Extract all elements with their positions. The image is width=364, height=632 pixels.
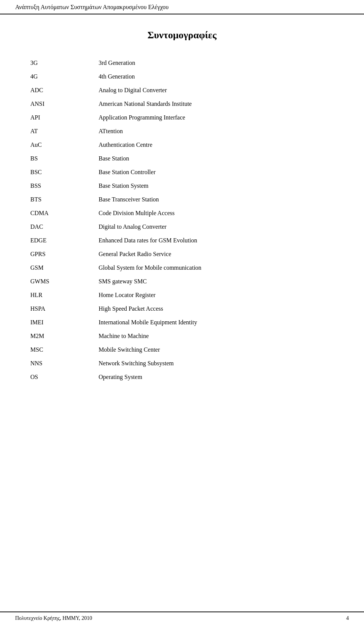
header: Ανάπτυξη Αυτόματων Συστημάτων Απομακρυσμ… <box>0 0 364 14</box>
abbreviation-term: HSPA <box>30 302 99 316</box>
abbreviation-definition: Mobile Switching Center <box>99 343 334 357</box>
abbreviation-term: API <box>30 111 99 124</box>
table-row: ADCAnalog to Digital Converter <box>30 83 334 97</box>
abbreviation-term: 3G <box>30 56 99 70</box>
abbreviation-term: EDGE <box>30 234 99 247</box>
abbreviation-definition: Authentication Centre <box>99 138 334 152</box>
abbreviation-term: BSS <box>30 179 99 193</box>
table-row: CDMACode Division Multiple Access <box>30 206 334 220</box>
abbreviation-definition: 3rd Generation <box>99 56 334 70</box>
abbreviation-definition: Base Station <box>99 152 334 165</box>
abbreviation-term: OS <box>30 370 99 384</box>
table-row: OSOperating System <box>30 370 334 384</box>
table-row: NNSNetwork Switching Subsystem <box>30 357 334 370</box>
abbreviation-definition: Enhanced Data rates for GSM Evolution <box>99 234 334 247</box>
abbreviation-definition: Base Station System <box>99 179 334 193</box>
table-row: GSMGlobal System for Mobile communicatio… <box>30 261 334 275</box>
abbreviation-term: GPRS <box>30 247 99 261</box>
abbreviation-definition: Network Switching Subsystem <box>99 357 334 370</box>
table-row: 4G4th Generation <box>30 70 334 83</box>
table-row: M2MMachine to Machine <box>30 329 334 343</box>
abbreviation-term: GWMS <box>30 275 99 288</box>
abbreviation-definition: American National Standards Institute <box>99 97 334 111</box>
abbreviation-term: GSM <box>30 261 99 275</box>
table-row: EDGEEnhanced Data rates for GSM Evolutio… <box>30 234 334 247</box>
table-row: ATATtention <box>30 124 334 138</box>
abbreviation-definition: Digital to Analog Converter <box>99 220 334 234</box>
abbreviation-term: CDMA <box>30 206 99 220</box>
table-row: BSSBase Station System <box>30 179 334 193</box>
table-row: ANSIAmerican National Standards Institut… <box>30 97 334 111</box>
table-row: GWMSSMS gateway SMC <box>30 275 334 288</box>
abbreviation-definition: Global System for Mobile communication <box>99 261 334 275</box>
table-row: IMEIInternational Mobile Equipment Ident… <box>30 316 334 329</box>
table-row: APIApplication Programming Interface <box>30 111 334 124</box>
abbreviation-term: IMEI <box>30 316 99 329</box>
abbreviation-term: M2M <box>30 329 99 343</box>
abbreviation-definition: Operating System <box>99 370 334 384</box>
abbreviation-term: BSC <box>30 165 99 179</box>
abbreviation-definition: Base Station Controller <box>99 165 334 179</box>
abbreviation-term: MSC <box>30 343 99 357</box>
table-row: BTSBase Transceiver Station <box>30 193 334 206</box>
abbreviation-definition: Application Programming Interface <box>99 111 334 124</box>
abbreviation-term: 4G <box>30 70 99 83</box>
abbreviation-definition: International Mobile Equipment Identity <box>99 316 334 329</box>
footer: Πολυτεχνείο Κρήτης, ΗΜΜΥ, 2010 4 <box>0 612 364 624</box>
abbreviation-term: HLR <box>30 288 99 302</box>
abbreviation-definition: Machine to Machine <box>99 329 334 343</box>
table-row: MSCMobile Switching Center <box>30 343 334 357</box>
table-row: HLRHome Locator Register <box>30 288 334 302</box>
abbreviation-definition: General Packet Radio Service <box>99 247 334 261</box>
abbreviation-term: AT <box>30 124 99 138</box>
abbreviation-term: BS <box>30 152 99 165</box>
abbreviation-definition: Analog to Digital Converter <box>99 83 334 97</box>
abbreviation-definition: High Speed Packet Access <box>99 302 334 316</box>
table-row: HSPAHigh Speed Packet Access <box>30 302 334 316</box>
abbreviation-term: ANSI <box>30 97 99 111</box>
header-title: Ανάπτυξη Αυτόματων Συστημάτων Απομακρυσμ… <box>15 4 169 11</box>
abbreviation-definition: Code Division Multiple Access <box>99 206 334 220</box>
abbreviation-term: DAC <box>30 220 99 234</box>
footer-page-number: 4 <box>346 615 349 621</box>
abbreviation-definition: Home Locator Register <box>99 288 334 302</box>
abbreviation-definition: ATtention <box>99 124 334 138</box>
page-heading: Συντομογραφίες <box>30 30 334 41</box>
table-row: BSCBase Station Controller <box>30 165 334 179</box>
abbreviation-term: AuC <box>30 138 99 152</box>
abbreviation-term: BTS <box>30 193 99 206</box>
abbreviations-table: 3G3rd Generation4G4th GenerationADCAnalo… <box>30 56 334 384</box>
table-row: DACDigital to Analog Converter <box>30 220 334 234</box>
abbreviation-term: ADC <box>30 83 99 97</box>
footer-institution: Πολυτεχνείο Κρήτης, ΗΜΜΥ, 2010 <box>15 615 92 621</box>
abbreviation-definition: 4th Generation <box>99 70 334 83</box>
abbreviation-definition: SMS gateway SMC <box>99 275 334 288</box>
table-row: GPRSGeneral Packet Radio Service <box>30 247 334 261</box>
abbreviation-definition: Base Transceiver Station <box>99 193 334 206</box>
table-row: 3G3rd Generation <box>30 56 334 70</box>
table-row: BSBase Station <box>30 152 334 165</box>
abbreviation-term: NNS <box>30 357 99 370</box>
table-row: AuCAuthentication Centre <box>30 138 334 152</box>
